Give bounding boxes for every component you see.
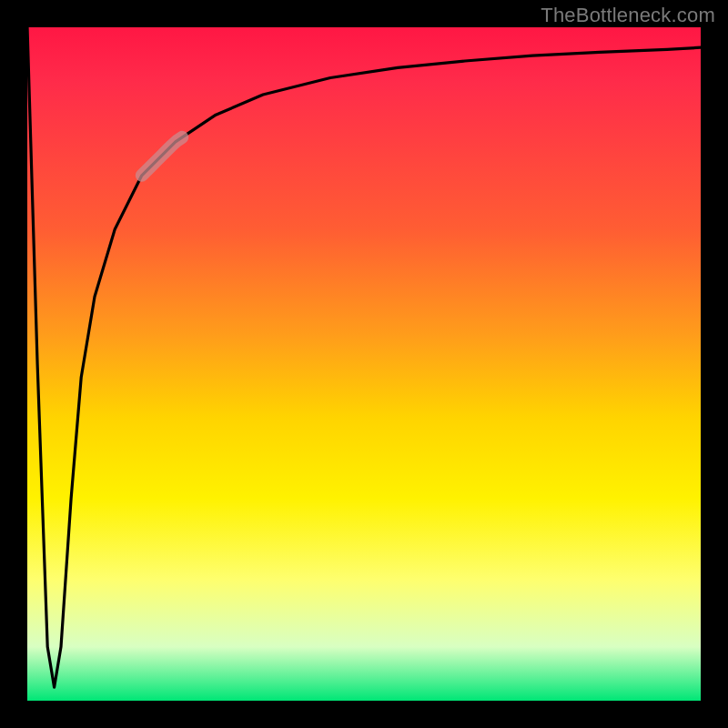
curve-layer [27, 27, 701, 701]
bottleneck-curve [27, 27, 701, 687]
plot-area [27, 27, 701, 701]
chart-frame: TheBottleneck.com [0, 0, 728, 728]
curve-highlight [142, 137, 182, 176]
watermark-text: TheBottleneck.com [541, 4, 715, 27]
